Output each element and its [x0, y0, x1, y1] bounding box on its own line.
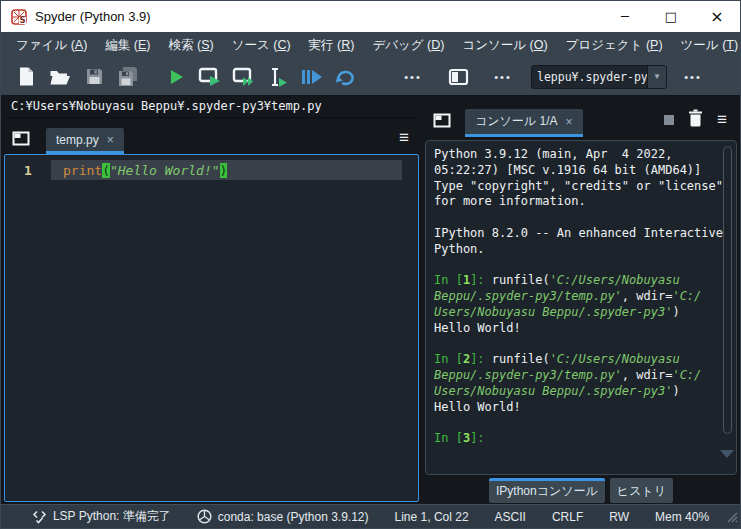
close-button[interactable]: ×	[694, 1, 740, 32]
interrupt-kernel-icon[interactable]	[664, 115, 674, 125]
new-file-icon	[17, 66, 36, 87]
memory-status: Mem 40%	[655, 510, 709, 524]
ipython-console-output[interactable]: Python 3.9.12 (main, Apr 4 2022,05:22:27…	[425, 140, 737, 475]
console-line: In [1]: runfile('C:/Users/Nobuyasu	[434, 273, 724, 289]
menu-item[interactable]: 検索 (S)	[159, 32, 222, 58]
console-line: for more information.	[434, 194, 724, 210]
statusbar: LSP Python: 準備完了 conda: base (Python 3.9…	[1, 504, 740, 528]
console-line: Python 3.9.12 (main, Apr 4 2022,	[434, 147, 724, 163]
toolbar-overflow-button-2[interactable]: •••	[483, 71, 523, 83]
menu-item[interactable]: プロジェクト (P)	[557, 32, 672, 58]
permissions-status: RW	[609, 510, 629, 524]
rerun-icon	[335, 68, 357, 86]
maximize-button[interactable]: □	[648, 1, 694, 32]
working-directory-combobox[interactable]: leppu¥.spyder-py3 ▼	[531, 65, 667, 89]
main-area: C:¥Users¥Nobuyasu Beppu¥.spyder-py3¥temp…	[1, 96, 740, 504]
menu-item[interactable]: ソース (C)	[223, 32, 300, 58]
console-tab-label: コンソール 1/A	[475, 113, 557, 130]
console-browse-tabs-button[interactable]	[429, 108, 455, 132]
lsp-status-text: LSP Python: 準備完了	[53, 508, 171, 525]
window-title: Spyder (Python 3.9)	[35, 9, 151, 24]
console-line: IPython 8.2.0 -- An enhanced Interactive	[434, 226, 724, 242]
menu-item[interactable]: 編集 (E)	[96, 32, 159, 58]
toolbar: ••• ••• leppu¥.spyder-py3 ▼ •••	[1, 58, 740, 96]
save-all-icon	[117, 66, 139, 87]
editor-tab-label: temp.py	[56, 133, 99, 147]
chevron-down-icon[interactable]: ▼	[647, 66, 666, 88]
debug-continue-icon	[300, 68, 324, 86]
menu-item[interactable]: 実行 (R)	[300, 32, 364, 58]
window-controls: ─ □ ×	[602, 1, 740, 32]
maximize-pane-icon	[448, 68, 469, 86]
console-line	[434, 258, 724, 274]
console-line: In [3]:	[434, 431, 724, 447]
run-cell-advance-button[interactable]	[227, 62, 261, 92]
menu-item[interactable]: ツール (T)	[672, 32, 741, 58]
console-tabbar: コンソール 1/A × ≡	[425, 96, 737, 140]
remove-console-button[interactable]	[688, 109, 703, 131]
conda-status-text: conda: base (Python 3.9.12)	[218, 510, 369, 524]
console-line: Beppu/.spyder-py3/temp.py', wdir='C:/	[434, 289, 724, 305]
menubar: ファイル (A)編集 (E)検索 (S)ソース (C)実行 (R)デバッグ (D…	[1, 32, 740, 58]
maximize-pane-button[interactable]	[441, 62, 475, 92]
code-editor[interactable]: 1 print("Hello World!")	[4, 154, 419, 502]
run-cell-advance-icon	[232, 67, 256, 87]
close-tab-icon[interactable]: ×	[107, 133, 114, 147]
svg-text:S: S	[19, 15, 25, 25]
editor-pane: C:¥Users¥Nobuyasu Beppu¥.spyder-py3¥temp…	[4, 96, 419, 502]
debug-button[interactable]	[295, 62, 329, 92]
save-icon	[85, 67, 104, 86]
console-scrollbar[interactable]	[723, 146, 732, 434]
file-path-label: C:¥Users¥Nobuyasu Beppu¥.spyder-py3¥temp…	[4, 96, 419, 118]
run-cell-button[interactable]	[193, 62, 227, 92]
spyder-logo-icon: S	[11, 9, 27, 25]
editor-tab-temp-py[interactable]: temp.py ×	[46, 128, 124, 154]
console-line: Hello World!	[434, 400, 724, 416]
bottom-tab-ipython-console[interactable]: IPythonコンソール	[489, 478, 605, 503]
console-line: Users/Nobuyasu Beppu/.spyder-py3')	[434, 305, 724, 321]
console-pane: コンソール 1/A × ≡ Python 3.9.12	[425, 96, 737, 502]
lsp-code-check-icon	[32, 510, 47, 524]
console-line: Python.	[434, 242, 724, 258]
menu-item[interactable]: ファイル (A)	[7, 32, 96, 58]
console-bottom-tabs: IPythonコンソールヒストリ	[425, 475, 737, 502]
save-button[interactable]	[77, 62, 111, 92]
new-file-button[interactable]	[9, 62, 43, 92]
code-line-1: 1 print("Hello World!")	[5, 160, 418, 180]
toolbar-overflow-button[interactable]: •••	[393, 71, 433, 83]
console-tab[interactable]: コンソール 1/A ×	[465, 109, 583, 137]
browse-tabs-icon	[12, 131, 30, 146]
editor-tabbar: temp.py × ≡	[4, 118, 419, 154]
editor-options-menu-button[interactable]: ≡	[399, 128, 419, 154]
bottom-tab-history[interactable]: ヒストリ	[610, 478, 673, 503]
conda-env-status[interactable]: conda: base (Python 3.9.12)	[197, 509, 369, 524]
trash-icon	[688, 109, 703, 127]
toolbar-overflow-button-3[interactable]: •••	[673, 71, 713, 83]
cursor-position-status: Line 1, Col 22	[395, 510, 469, 524]
browse-tabs-button[interactable]	[8, 126, 34, 150]
minimize-button[interactable]: ─	[602, 1, 648, 32]
console-toolbar: ≡	[664, 109, 737, 131]
line-number: 1	[5, 163, 51, 178]
open-folder-icon	[49, 68, 71, 86]
open-file-button[interactable]	[43, 62, 77, 92]
working-directory-value: leppu¥.spyder-py3	[532, 70, 647, 84]
console-line: 05:22:27) [MSC v.1916 64 bit (AMD64)]	[434, 163, 724, 179]
console-line: Beppu/.spyder-py3/temp.py', wdir='C:/	[434, 368, 724, 384]
console-line	[434, 416, 724, 432]
close-console-tab-icon[interactable]: ×	[565, 115, 572, 129]
save-all-button[interactable]	[111, 62, 145, 92]
run-selection-button[interactable]	[261, 62, 295, 92]
lsp-status: LSP Python: 準備完了	[32, 508, 171, 525]
menu-item[interactable]: デバッグ (D)	[363, 32, 453, 58]
rerun-button[interactable]	[329, 62, 363, 92]
scroll-down-arrow-icon[interactable]	[720, 450, 734, 458]
resize-grip[interactable]	[726, 511, 738, 526]
console-options-menu-button[interactable]: ≡	[717, 110, 727, 130]
console-line: Type "copyright", "credits" or "license"	[434, 179, 724, 195]
run-button[interactable]	[159, 62, 193, 92]
conda-package-icon	[197, 509, 212, 524]
menu-item[interactable]: コンソール (O)	[453, 32, 556, 58]
code-text: print("Hello World!")	[51, 163, 227, 178]
console-line: Hello World!	[434, 321, 724, 337]
